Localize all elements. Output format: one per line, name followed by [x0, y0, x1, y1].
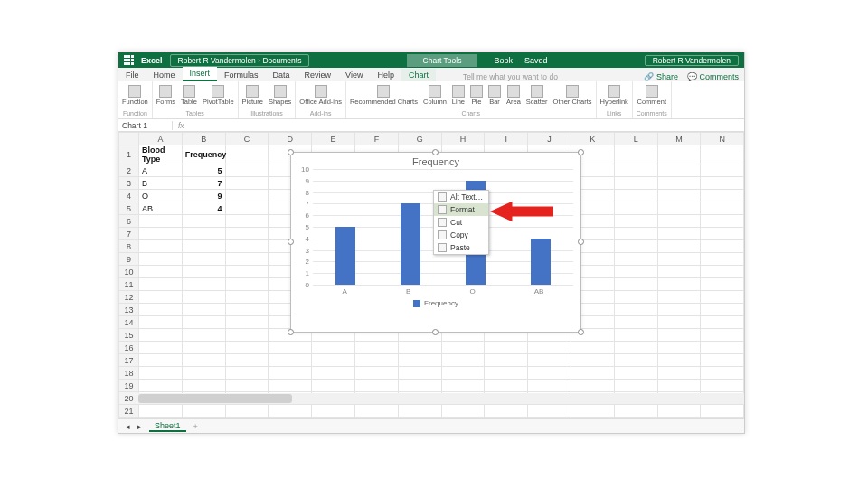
cell[interactable] — [225, 240, 269, 253]
row-header[interactable]: 19 — [119, 380, 139, 392]
cell[interactable]: O — [139, 190, 183, 202]
ribbon-comment[interactable]: Comment — [637, 85, 666, 106]
column-header[interactable]: C — [225, 133, 269, 145]
row-header[interactable]: 17 — [119, 354, 139, 367]
cell[interactable] — [312, 405, 355, 418]
cell[interactable] — [182, 215, 225, 228]
cell[interactable] — [571, 354, 614, 367]
cell[interactable] — [225, 228, 269, 240]
cell[interactable] — [182, 367, 225, 380]
tab-home[interactable]: Home — [146, 69, 183, 81]
column-header[interactable]: G — [398, 133, 441, 145]
cell[interactable] — [225, 145, 269, 164]
cell[interactable] — [225, 278, 269, 291]
cell[interactable] — [614, 278, 657, 291]
cell[interactable] — [614, 202, 657, 215]
cell[interactable] — [398, 354, 441, 367]
cell[interactable] — [225, 177, 269, 190]
cell[interactable] — [571, 342, 614, 354]
cell[interactable] — [485, 367, 528, 380]
ribbon-hyperlink[interactable]: Hyperlink — [600, 85, 628, 106]
ribbon-pie[interactable]: Pie — [470, 85, 483, 106]
cell[interactable] — [225, 202, 269, 215]
row-header[interactable]: 6 — [119, 215, 139, 228]
cell[interactable]: A — [139, 164, 183, 177]
tab-file[interactable]: File — [118, 69, 146, 81]
resize-handle[interactable] — [578, 329, 584, 335]
row-header[interactable]: 5 — [119, 202, 139, 215]
row-header[interactable]: 8 — [119, 240, 139, 253]
cell[interactable] — [528, 342, 571, 354]
cell[interactable] — [701, 253, 744, 266]
resize-handle[interactable] — [578, 239, 584, 245]
cell[interactable] — [139, 228, 183, 240]
cell[interactable] — [139, 316, 183, 329]
cell[interactable] — [614, 145, 657, 164]
cell[interactable] — [701, 380, 744, 392]
cell[interactable] — [225, 367, 269, 380]
cell[interactable] — [701, 190, 744, 202]
cell[interactable] — [657, 367, 701, 380]
cell[interactable] — [225, 354, 269, 367]
app-launcher-icon[interactable] — [124, 55, 134, 65]
cell[interactable] — [657, 240, 701, 253]
cell[interactable] — [139, 278, 183, 291]
cell[interactable] — [354, 354, 398, 367]
cell[interactable] — [182, 240, 225, 253]
row-header[interactable]: 2 — [119, 164, 139, 177]
cell[interactable] — [614, 190, 657, 202]
cell[interactable] — [614, 329, 657, 342]
cell[interactable] — [657, 145, 701, 164]
ribbon-recommended-charts[interactable]: Recommended Charts — [350, 85, 418, 106]
cell[interactable] — [701, 266, 744, 278]
cell[interactable] — [701, 354, 744, 367]
cell[interactable] — [139, 380, 183, 392]
cell[interactable] — [701, 405, 744, 418]
ribbon-forms[interactable]: Forms — [156, 85, 175, 106]
row-header[interactable]: 16 — [119, 342, 139, 354]
cell[interactable] — [398, 367, 441, 380]
cell[interactable] — [614, 380, 657, 392]
user-chip[interactable]: Robert R Vandermolen — [645, 55, 739, 66]
add-sheet-button[interactable]: + — [193, 422, 198, 431]
row-header[interactable]: 10 — [119, 266, 139, 278]
ribbon-function[interactable]: Function — [122, 85, 148, 106]
ribbon-column[interactable]: Column — [423, 85, 447, 106]
comments-button[interactable]: 💬 Comments — [687, 72, 739, 81]
cell[interactable] — [701, 177, 744, 190]
cell[interactable] — [182, 228, 225, 240]
cell[interactable] — [614, 304, 657, 316]
tab-review[interactable]: Review — [297, 69, 339, 81]
cell[interactable] — [225, 329, 269, 342]
cell[interactable] — [657, 354, 701, 367]
cell[interactable]: 7 — [182, 177, 225, 190]
cell[interactable]: AB — [139, 202, 183, 215]
resize-handle[interactable] — [288, 149, 294, 155]
column-header[interactable]: I — [485, 133, 528, 145]
cell[interactable] — [441, 354, 485, 367]
chart-bar[interactable] — [401, 203, 420, 285]
cell[interactable] — [614, 266, 657, 278]
sheet-tab[interactable]: Sheet1 — [149, 421, 186, 432]
row-header[interactable]: 14 — [119, 316, 139, 329]
cell[interactable] — [657, 253, 701, 266]
cell[interactable] — [657, 177, 701, 190]
chart-bar[interactable] — [531, 239, 551, 285]
tab-insert[interactable]: Insert — [183, 67, 218, 81]
cell[interactable] — [225, 405, 269, 418]
cell[interactable] — [139, 253, 183, 266]
context-menu-item[interactable]: Alt Text… — [434, 191, 488, 203]
cell[interactable] — [657, 304, 701, 316]
cell[interactable] — [139, 266, 183, 278]
cell[interactable] — [269, 367, 312, 380]
tab-data[interactable]: Data — [266, 69, 297, 81]
cell[interactable] — [614, 164, 657, 177]
cell[interactable] — [657, 164, 701, 177]
cell[interactable] — [269, 380, 312, 392]
column-header[interactable]: N — [701, 133, 744, 145]
cell[interactable] — [139, 329, 183, 342]
cell[interactable] — [139, 405, 183, 418]
cell[interactable] — [614, 354, 657, 367]
cell[interactable] — [182, 380, 225, 392]
cell[interactable] — [614, 291, 657, 304]
